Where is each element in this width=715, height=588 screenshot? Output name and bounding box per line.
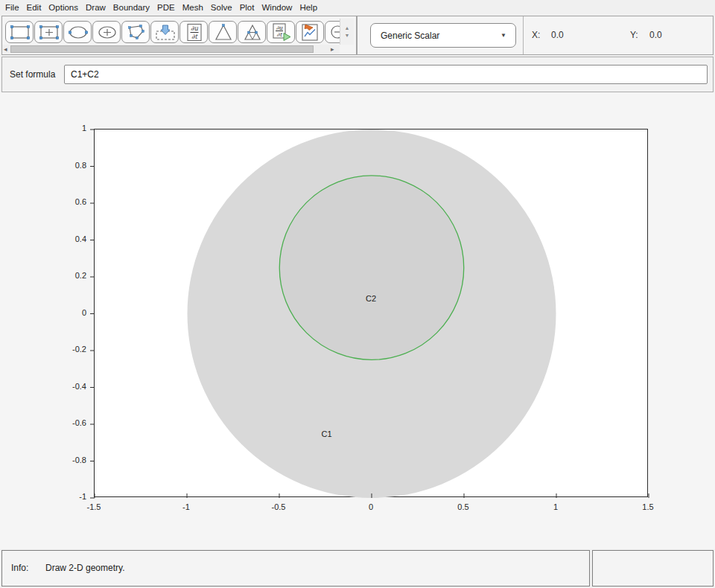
scroll-left-arrow[interactable]: ◂ xyxy=(4,45,7,54)
info-label: Info: xyxy=(11,551,28,586)
y-tick-label: 0 xyxy=(42,308,86,317)
menu-item-plot[interactable]: Plot xyxy=(236,3,258,12)
zoom-icon xyxy=(325,22,340,44)
svg-text:∂t: ∂t xyxy=(277,31,283,38)
set-formula-panel: Set formula xyxy=(1,57,714,92)
menu-bar: File Edit Options Draw Boundary PDE Mesh… xyxy=(0,0,715,15)
x-tick-label: 1 xyxy=(553,502,558,511)
initialize-mesh-icon xyxy=(209,22,238,44)
y-tick-label: 0.2 xyxy=(42,271,86,280)
x-coordinate-label: X: xyxy=(532,16,540,54)
tool-plot-solution-button[interactable] xyxy=(296,21,324,43)
tool-draw-rectangle-centered-button[interactable] xyxy=(34,21,63,43)
boundary-mode-icon xyxy=(151,22,179,44)
toolbar-scrollbar[interactable]: ◂ ▸ xyxy=(2,45,340,54)
y-tick-label: 0.6 xyxy=(42,197,86,206)
tool-pde-specification-button[interactable]: ∂u ∂t xyxy=(179,21,208,43)
status-bar: Info: Draw 2-D geometry. xyxy=(0,549,715,588)
polygon-icon xyxy=(122,22,150,44)
x-tick-label: 1.5 xyxy=(642,502,653,511)
tool-strip: ∂u ∂t ∂u xyxy=(5,21,340,44)
y-tick-label: -0.6 xyxy=(42,418,86,427)
menu-item-boundary[interactable]: Boundary xyxy=(109,3,153,12)
tool-solve-pde-button[interactable]: ∂u ∂t xyxy=(267,21,295,43)
x-tick-label: -1.5 xyxy=(87,502,101,511)
application-mode-dropdown[interactable]: Generic Scalar ▼ xyxy=(370,23,516,48)
x-coordinate-value: 0.0 xyxy=(551,16,564,54)
application-mode-value: Generic Scalar xyxy=(371,31,500,41)
scrollbar-thumb[interactable] xyxy=(10,45,314,53)
y-tick-label: -0.8 xyxy=(42,456,86,464)
tool-draw-ellipse-button[interactable] xyxy=(63,21,92,43)
tool-draw-polygon-button[interactable] xyxy=(121,21,150,43)
svg-text:∂u: ∂u xyxy=(276,25,283,31)
pde-specification-icon: ∂u ∂t xyxy=(180,22,209,44)
x-tick-label: -1 xyxy=(182,502,190,511)
set-formula-label: Set formula xyxy=(10,57,55,92)
menu-item-help[interactable]: Help xyxy=(296,3,321,12)
shape-label-C2: C2 xyxy=(366,294,376,303)
plot-solution-icon xyxy=(296,22,325,44)
y-tick-label: -0.4 xyxy=(42,382,86,391)
tool-zoom-button[interactable] xyxy=(325,21,340,43)
menu-item-window[interactable]: Window xyxy=(258,3,296,12)
info-message-box: Info: Draw 2-D geometry. xyxy=(1,550,590,587)
tool-initialize-mesh-button[interactable] xyxy=(209,21,237,43)
status-side-box xyxy=(592,550,714,587)
menu-item-options[interactable]: Options xyxy=(45,3,82,12)
set-formula-input[interactable] xyxy=(64,65,708,84)
tool-draw-ellipse-centered-button[interactable] xyxy=(92,21,121,43)
menu-item-solve[interactable]: Solve xyxy=(207,3,236,12)
axes-canvas[interactable] xyxy=(95,130,649,498)
x-tick-label: 0 xyxy=(369,502,373,511)
shape-C2[interactable] xyxy=(279,176,464,360)
ellipse-icon xyxy=(64,22,92,44)
panel-divider xyxy=(523,16,524,54)
tool-refine-mesh-button[interactable] xyxy=(238,21,266,43)
solve-pde-icon: ∂u ∂t xyxy=(267,22,296,44)
plot-axes[interactable] xyxy=(94,129,648,497)
toolbar-spinner: ▲ ▼ xyxy=(340,19,354,45)
mode-coordinate-panel: Generic Scalar ▼ X: 0.0 Y: 0.0 xyxy=(357,16,714,55)
rectangle-centered-icon xyxy=(35,22,63,44)
drawing-toolbar-panel: ∂u ∂t ∂u xyxy=(1,16,357,55)
menu-item-mesh[interactable]: Mesh xyxy=(179,3,207,12)
y-tick-label: -1 xyxy=(42,492,86,501)
menu-item-edit[interactable]: Edit xyxy=(23,3,45,12)
info-message-text: Draw 2-D geometry. xyxy=(45,551,124,586)
tool-boundary-mode-button[interactable] xyxy=(150,21,179,43)
y-coordinate-value: 0.0 xyxy=(649,16,662,54)
menu-item-file[interactable]: File xyxy=(1,3,23,12)
menu-item-pde[interactable]: PDE xyxy=(153,3,179,12)
ellipse-centered-icon xyxy=(93,22,121,44)
y-tick-label: 1 xyxy=(42,124,86,132)
scroll-right-arrow[interactable]: ▸ xyxy=(331,45,334,54)
refine-mesh-icon xyxy=(238,22,267,44)
tool-draw-rectangle-button[interactable] xyxy=(5,21,34,43)
shape-label-C1: C1 xyxy=(321,429,331,438)
svg-text:∂u: ∂u xyxy=(191,25,198,32)
y-coordinate-label: Y: xyxy=(630,16,638,54)
spinner-up-button[interactable]: ▲ xyxy=(345,25,350,31)
y-tick-label: 0.4 xyxy=(42,234,86,243)
rectangle-icon xyxy=(6,22,34,44)
chevron-down-icon: ▼ xyxy=(500,32,515,39)
figure-area: » C1C2-1.5-1-0.500.511.510.80.60.40.20-0… xyxy=(0,92,715,549)
x-tick-label: 0.5 xyxy=(457,502,468,511)
menu-item-draw[interactable]: Draw xyxy=(82,3,109,12)
spinner-down-button[interactable]: ▼ xyxy=(345,33,350,38)
y-tick-label: 0.8 xyxy=(42,161,86,170)
y-tick-label: -0.2 xyxy=(42,345,86,354)
x-tick-label: -0.5 xyxy=(272,502,286,511)
